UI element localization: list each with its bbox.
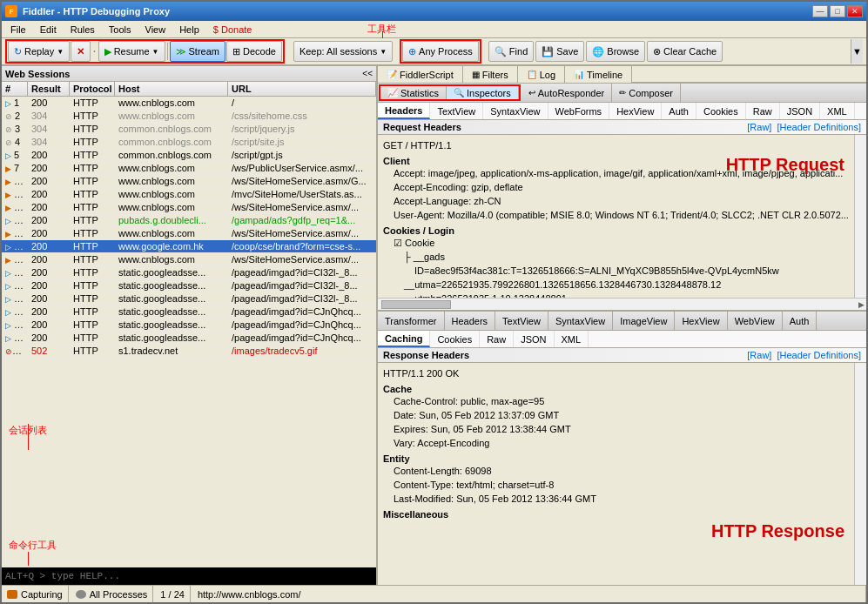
x-button[interactable]: ✕ [71, 41, 91, 62]
table-row[interactable]: ▶ 26 200 HTTP www.cnblogs.com /mvc/SiteH… [2, 188, 376, 201]
table-row[interactable]: ▷ 46 200 HTTP static.googleadsse... /pag… [2, 319, 376, 332]
subtab-syntaxview[interactable]: SyntaxView [483, 103, 548, 119]
menu-donate[interactable]: $ Donate [206, 23, 259, 36]
menu-file[interactable]: File [3, 23, 33, 36]
resp-subtab-raw[interactable]: Raw [480, 331, 514, 347]
cache-icon: ⊗ [653, 46, 661, 57]
resume-button[interactable]: ▶ Resume ▼ [98, 41, 165, 62]
table-row[interactable]: ▷ 5 200 HTTP common.cnblogs.com /script/… [2, 149, 376, 162]
menu-edit[interactable]: Edit [33, 23, 64, 36]
request-hscrollbar[interactable]: ▶ [378, 298, 866, 310]
table-row[interactable]: ▶ 27 200 HTTP www.cnblogs.com /ws/SiteHo… [2, 201, 376, 214]
subtab-xml[interactable]: XML [820, 103, 855, 119]
table-row[interactable]: ▶ 37 200 HTTP www.cnblogs.com /ws/SiteHo… [2, 253, 376, 266]
subtab-webforms[interactable]: WebForms [548, 103, 610, 119]
resp-subtab-cookies[interactable]: Cookies [430, 331, 480, 347]
resp-subtab-caching[interactable]: Caching [378, 331, 430, 347]
td-host: static.googleadsse... [115, 266, 228, 279]
response-raw-link[interactable]: [Raw] [747, 350, 771, 360]
request-first-line: GET / HTTP/1.1 [383, 138, 849, 152]
table-row[interactable]: ▷ 43 200 HTTP static.googleadsse... /pag… [2, 279, 376, 292]
subtab-headers[interactable]: Headers [378, 103, 430, 119]
col-num[interactable]: # [2, 82, 28, 96]
table-row[interactable]: ▷ 1 200 HTTP www.cnblogs.com / [2, 97, 376, 110]
request-scrollbar[interactable] [854, 135, 866, 298]
subtab-raw[interactable]: Raw [746, 103, 780, 119]
subtab-auth[interactable]: Auth [662, 103, 696, 119]
response-scrollbar[interactable] [854, 363, 866, 585]
col-host[interactable]: Host [115, 82, 228, 96]
table-row[interactable]: ⊘ 3 304 HTTP common.cnblogs.com /script/… [2, 123, 376, 136]
decode-button[interactable]: ⊞ Decode [226, 41, 282, 62]
table-row[interactable]: ▷ 44 200 HTTP static.googleadsse... /pag… [2, 292, 376, 305]
table-row[interactable]: ▷ 45 200 HTTP static.googleadsse... /pag… [2, 305, 376, 319]
tab-filters[interactable]: ▦ Filters [463, 66, 518, 83]
table-row[interactable]: ▶ 34 200 HTTP www.cnblogs.com /ws/SiteHo… [2, 227, 376, 240]
tab-resp-headers[interactable]: Headers [445, 312, 496, 330]
tab-statistics[interactable]: 📈 Statistics [380, 86, 447, 99]
td-protocol: HTTP [70, 136, 115, 148]
response-def-link[interactable]: [Header Definitions] [777, 350, 861, 360]
table-row[interactable]: ▷ 35 200 HTTP www.google.com.hk /coop/cs… [2, 240, 376, 253]
tab-resp-auth[interactable]: Auth [783, 312, 818, 330]
col-url[interactable]: URL [228, 82, 376, 96]
table-row[interactable]: ▶ 7 200 HTTP www.cnblogs.com /ws/PublicU… [2, 162, 376, 175]
td-host: static.googleadsse... [115, 292, 228, 305]
table-row[interactable]: ▷ 33 200 HTTP pubads.g.doublecli... /gam… [2, 214, 376, 227]
menu-rules[interactable]: Rules [64, 23, 102, 36]
table-row[interactable]: ▷ 42 200 HTTP static.googleadsse... /pag… [2, 266, 376, 279]
table-row[interactable]: ⊘ 48 502 HTTP s1.tradecv.net /images/tra… [2, 345, 376, 358]
clear-cache-button[interactable]: ⊗ Clear Cache [647, 41, 723, 62]
table-row[interactable]: ⊘ 2 304 HTTP www.cnblogs.com /css/siteho… [2, 110, 376, 123]
maximize-button[interactable]: □ [830, 5, 845, 17]
save-button[interactable]: 💾 Save [535, 41, 584, 62]
keep-sessions-button[interactable]: Keep: All sessions ▼ [293, 41, 393, 62]
tab-timeline[interactable]: 📊 Timeline [565, 66, 632, 83]
tab-resp-imageview[interactable]: ImageView [613, 312, 675, 330]
tab-autoresponder[interactable]: ↩ AutoResponder [521, 84, 612, 102]
subtab-json[interactable]: JSON [780, 103, 820, 119]
subtab-textview[interactable]: TextView [430, 103, 483, 119]
tab-resp-webview[interactable]: WebView [728, 312, 783, 330]
status-capturing[interactable]: Capturing [2, 586, 69, 602]
close-button[interactable]: ✕ [847, 5, 863, 17]
tab-composer[interactable]: ✏ Composer [612, 84, 681, 102]
find-button[interactable]: 🔍 Find [488, 41, 534, 62]
resp-subtab-json[interactable]: JSON [514, 331, 554, 347]
minimize-button[interactable]: — [812, 5, 828, 17]
tab-transformer[interactable]: Transformer [378, 312, 445, 330]
menu-help[interactable]: Help [172, 23, 206, 36]
req-language: Accept-Language: zh-CN [383, 194, 849, 208]
table-row[interactable]: ▶ 10 200 HTTP www.cnblogs.com /ws/SiteHo… [2, 175, 376, 188]
collapse-button[interactable]: << [362, 69, 373, 78]
subtab-hexview[interactable]: HexView [609, 103, 662, 119]
cache-control: Cache-Control: public, max-age=95 [383, 394, 849, 408]
stream-button[interactable]: ≫ Stream [170, 41, 225, 62]
menu-tools[interactable]: Tools [102, 23, 138, 36]
table-row[interactable]: ⊘ 4 304 HTTP common.cnblogs.com /script/… [2, 136, 376, 149]
request-raw-link[interactable]: [Raw] [747, 122, 771, 132]
any-process-button[interactable]: ⊕ Any Process [402, 41, 479, 62]
table-row[interactable]: ▷ 47 200 HTTP static.googleadsse... /pag… [2, 332, 376, 345]
status-processes[interactable]: All Processes [71, 586, 154, 602]
tab-resp-textview[interactable]: TextView [495, 312, 548, 330]
resp-subtab-xml[interactable]: XML [555, 331, 589, 347]
browse-button[interactable]: 🌐 Browse [586, 41, 645, 62]
tab-resp-hexview[interactable]: HexView [675, 312, 727, 330]
cookie-header: ☑ Cookie [383, 236, 849, 250]
menu-view[interactable]: View [138, 23, 173, 36]
tab-inspectors[interactable]: 🔍 Inspectors [447, 86, 519, 99]
cmd-input[interactable] [2, 571, 376, 581]
td-num: ▶ 26 [2, 188, 28, 200]
request-def-link[interactable]: [Header Definitions] [777, 122, 861, 132]
x-icon: ✕ [77, 46, 84, 57]
row-icon: ▶ [5, 204, 11, 212]
subtab-cookies[interactable]: Cookies [696, 103, 746, 119]
col-result[interactable]: Result [28, 82, 70, 96]
tab-fiddlerscript[interactable]: 📝 FiddlerScript [378, 66, 463, 83]
toolbar-scroll[interactable]: ▼ [851, 39, 863, 64]
replay-button[interactable]: ↻ Replay ▼ [8, 41, 70, 62]
tab-resp-syntaxview[interactable]: SyntaxView [548, 312, 613, 330]
col-protocol[interactable]: Protocol [70, 82, 115, 96]
tab-log[interactable]: 📋 Log [518, 66, 565, 83]
